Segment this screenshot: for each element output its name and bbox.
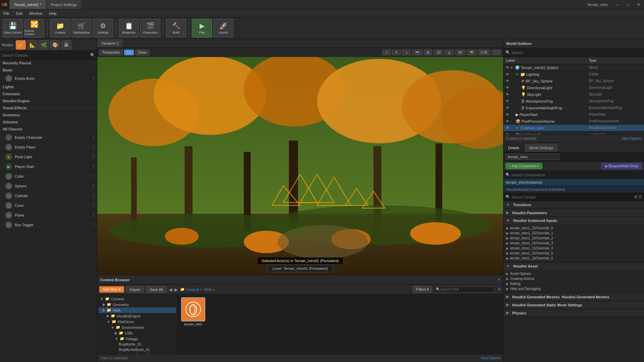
folder-cliffs[interactable]: ▶ 📁 Cliffs (99, 330, 176, 336)
override-2[interactable]: ▶ terrain_intro1_15/Override_2 (506, 236, 641, 241)
grid-snap-button[interactable]: ⊞ (424, 50, 432, 55)
cinematics-button[interactable]: 🎬 Cinematics (140, 19, 160, 38)
back-icon[interactable]: ◀ (169, 287, 172, 292)
actor-name-input[interactable] (505, 154, 559, 160)
show-button[interactable]: Show (135, 50, 150, 55)
wo-row-post-process[interactable]: 👁 📦 PostProcessVolume PostProcessVolume (503, 118, 644, 125)
wo-row-player-start[interactable]: 👁 ▶ PlayerStart PlayerStart (503, 111, 644, 118)
wo-row-sky-light[interactable]: 👁 💡 SkyLight SkyLight (503, 91, 644, 98)
filters-button[interactable]: Filters ▾ (413, 286, 432, 293)
wo-row-exp-height-fog[interactable]: 👁 🌫 ExponentialHeightFog ExponentialHeig… (503, 105, 644, 111)
section-houdini-generated-meshes-header[interactable]: ▶ Houdini Generated Meshes Houdini Gener… (503, 293, 644, 301)
close-content-browser-icon[interactable]: ✕ (497, 278, 500, 282)
category-recently-placed[interactable]: Recently Placed (0, 60, 97, 67)
folder-environments[interactable]: ▼ 📁 Environments (99, 324, 176, 330)
import-button[interactable]: Import (126, 286, 144, 293)
mode-foliage-button[interactable]: 🌿 (39, 40, 49, 50)
add-component-button[interactable]: + Add Component ▾ (505, 163, 542, 169)
visibility-icon-exp-height-fog[interactable]: 👁 (505, 105, 510, 111)
visibility-icon-directional-light[interactable]: 👁 (505, 85, 510, 90)
cooking-actions[interactable]: ▶ Cooking Actions (506, 276, 641, 281)
section-physics-header[interactable]: ▶ Physics (503, 309, 644, 317)
wo-row-directional-light[interactable]: 👁 💡 DirectionalLight DirectionalLight (503, 84, 644, 91)
angle-snap-button[interactable]: ∠ (445, 50, 454, 55)
translate-button[interactable]: ⊹ (382, 50, 391, 55)
list-item-cone[interactable]: △ Cone ? (0, 201, 97, 210)
search-classes-input[interactable] (2, 53, 90, 57)
viewport-scene[interactable]: Selected Actor(s) in Terrain_intro01 (Pe… (97, 57, 503, 275)
camera-speed-button[interactable]: 📸 (467, 50, 477, 55)
filter-options-icon[interactable]: ⚙ (498, 287, 501, 292)
folder-content[interactable]: ▼ 📁 Content (99, 296, 176, 302)
maximize-viewport-button[interactable]: ⛶ (492, 50, 501, 55)
grid-size-button[interactable]: 10 (434, 50, 443, 55)
content-search-input[interactable] (440, 288, 493, 291)
save-all-button[interactable]: Save All (146, 286, 167, 293)
blueprint-add-script-button[interactable]: ◉ Blueprint/Add Script (601, 163, 642, 169)
menu-help[interactable]: Help (46, 9, 60, 17)
save-current-button[interactable]: 💾 Save Current (3, 19, 23, 38)
world-outliner-search-input[interactable] (512, 51, 642, 55)
menu-file[interactable]: File (0, 9, 13, 17)
scale-button[interactable]: ⤡ (402, 50, 411, 55)
component-search-input[interactable] (512, 173, 642, 177)
mode-paint-button[interactable]: 🎨 (50, 40, 60, 50)
tab-terrain-intro[interactable]: Terrain_intro01 * (9, 0, 46, 9)
perspective-button[interactable]: Perspective (99, 50, 123, 55)
menu-window[interactable]: Window (26, 9, 46, 17)
breadcrumb-hda[interactable]: HDA (204, 288, 211, 292)
add-new-button[interactable]: Add New ▾ (99, 286, 124, 293)
wo-row-atmospheric-fog[interactable]: 👁 🌫 AtmosphericFog AtmosphericFog (503, 98, 644, 105)
override-6[interactable]: ▶ terrain_intro1_15/Override_6 (506, 256, 641, 261)
marketplace-button[interactable]: 🛒 Marketplace (71, 19, 92, 38)
help-debugging[interactable]: ▶ Help and Debugging (506, 286, 641, 291)
category-geometry[interactable]: Geometry (0, 112, 97, 119)
viewport-tab-1[interactable]: Viewport 1 (97, 39, 123, 47)
mode-landscape-button[interactable]: 📐 (27, 40, 37, 50)
category-all-classes[interactable]: All Classes (0, 126, 97, 133)
mode-place-button[interactable]: 🖊 (16, 40, 26, 50)
view-options-link[interactable]: View Options (622, 137, 641, 140)
blueprints-button[interactable]: 📋 Blueprints (119, 19, 139, 38)
list-item-empty-actor[interactable]: ○ Empty Actor ? (0, 74, 97, 83)
folder-hda[interactable]: ▶ 📁 HDA (99, 307, 176, 313)
speed-value-button[interactable]: 0.25 (478, 50, 490, 55)
list-item-player-start[interactable]: ▶ Player Start ? (0, 162, 97, 172)
category-cinematic[interactable]: Cinematic (0, 90, 97, 98)
build-button[interactable]: 🔨 Build (166, 19, 186, 38)
visibility-icon-landscape3[interactable]: 👁 (505, 132, 510, 135)
close-button[interactable]: ✕ (633, 0, 644, 9)
list-item-empty-pawn[interactable]: ○ Empty Pawn ? (0, 142, 97, 152)
override-1[interactable]: ▶ terrain_intro1_15/Override_1 (506, 231, 641, 236)
category-volumes[interactable]: Volumes (0, 119, 97, 126)
override-4[interactable]: ▶ terrain_intro1_15/Override_4 (506, 246, 641, 251)
visibility-icon-lighting[interactable]: 👁 (505, 72, 510, 77)
component-terrain-intro-instance[interactable]: terrain_intro(Instance) (503, 179, 644, 186)
category-visual-effects[interactable]: Visual Effects (0, 105, 97, 112)
maximize-button[interactable]: □ (623, 0, 633, 9)
settings-button[interactable]: ⚙ Settings (93, 19, 113, 38)
visibility-icon-world[interactable]: 👁 (505, 65, 510, 70)
baking-section[interactable]: ▶ Baking (506, 281, 641, 286)
mode-geometry-button[interactable]: 🏛 (61, 40, 71, 50)
override-5[interactable]: ▶ terrain_intro1_15/Override_5 (506, 251, 641, 256)
source-control-button[interactable]: 🔀 Source Control (24, 19, 44, 38)
visibility-icon-atmospheric-fog[interactable]: 👁 (505, 99, 510, 104)
view-options-link[interactable]: View Options (481, 356, 500, 360)
section-houdini-asset-header[interactable]: ▼ houdini-generated-meshes Houdini Asset (503, 262, 644, 270)
list-item-plane[interactable]: ▭ Plane ? (0, 210, 97, 220)
category-basic[interactable]: Basic (0, 67, 97, 74)
list-item-box-trigger[interactable]: □ Box Trigger ? (0, 220, 97, 230)
list-item-cube[interactable]: □ Cube ? (0, 172, 97, 181)
camera-button[interactable]: 📷 (412, 50, 422, 55)
det-search-options-icon[interactable]: ⊞ (634, 195, 637, 199)
rotate-button[interactable]: ↻ (392, 50, 401, 55)
asset-options[interactable]: ▶ Asset Options (506, 271, 641, 276)
wo-row-world[interactable]: 👁 ▼ 🌍 Terrain_intro01 (Editor) World (503, 64, 644, 71)
wo-row-bp-sky-sphere[interactable]: 👁 ☀ BP_Sky_Sphere BP_Sky_Sphere (503, 78, 644, 84)
folder-houdiniengine[interactable]: ▶ 📁 HoudiniEngine (99, 313, 176, 319)
category-lights[interactable]: Lights (0, 83, 97, 90)
visibility-icon-player-start[interactable]: 👁 (505, 112, 510, 117)
launch-button[interactable]: 🚀 Launch (213, 19, 233, 38)
override-0[interactable]: ▶ terrain_intro1_15/Override_0 (506, 226, 641, 231)
